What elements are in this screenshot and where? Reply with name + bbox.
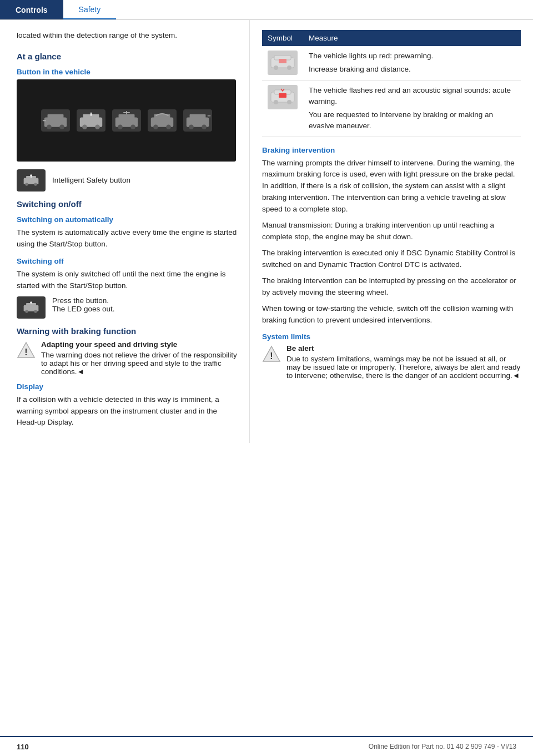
btn-icon-5: ≡: [183, 109, 212, 132]
svg-point-10: [118, 124, 123, 129]
part-info: Online Edition for Part no. 01 40 2 909 …: [369, 743, 516, 750]
switching-on-off-heading: Switching on/off: [17, 199, 237, 209]
svg-rect-42: [279, 93, 286, 98]
svg-rect-9: [118, 114, 134, 119]
warning-braking-text2: The warning does not relieve the driver …: [41, 351, 237, 376]
system-limits-content: Be alert Due to system limitations, warn…: [286, 344, 521, 380]
warning-braking-row: ! Adapting your speed and driving style …: [17, 340, 237, 376]
measure-line-1b: Increase braking and distance.: [309, 64, 515, 75]
svg-point-25: [30, 174, 32, 177]
svg-point-36: [287, 65, 291, 70]
svg-point-35: [274, 65, 278, 70]
switching-on-auto-heading: Switching on automatically: [17, 215, 237, 224]
symbol-image-1: [268, 51, 298, 75]
btn-icon-4: [148, 109, 177, 132]
svg-point-24: [34, 183, 37, 185]
press-button-label: Press the button.: [52, 296, 115, 305]
tab-safety[interactable]: Safety: [63, 0, 117, 19]
svg-point-30: [30, 301, 32, 304]
svg-point-41: [287, 100, 291, 104]
measure-line-1a: The vehicle lights up red: prewarning.: [309, 51, 515, 62]
svg-point-29: [34, 310, 37, 313]
intro-text: located within the detection range of th…: [17, 30, 237, 42]
btn-icon-2: [77, 109, 105, 132]
svg-text:!: !: [24, 347, 27, 357]
svg-point-3: [59, 124, 64, 129]
main-content: located within the detection range of th…: [0, 20, 533, 443]
svg-point-19: [202, 124, 207, 129]
braking-intervention-heading: Braking intervention: [262, 146, 521, 154]
svg-point-7: [95, 124, 100, 129]
switching-off-text: The system is only switched off until th…: [17, 269, 237, 292]
at-a-glance-heading: At a glance: [17, 52, 237, 61]
braking-text2: Manual transmission: During a braking in…: [262, 220, 521, 243]
warning-braking-content: Adapting your speed and driving style Th…: [41, 340, 237, 376]
svg-text:≡: ≡: [207, 113, 211, 120]
svg-point-11: [130, 124, 135, 129]
intelligent-safety-label: Intelligent Safety button: [52, 176, 130, 184]
svg-point-14: [153, 124, 158, 129]
warning-braking-text1: Adapting your speed and driving style: [41, 340, 237, 349]
svg-rect-27: [26, 303, 36, 306]
svg-point-6: [82, 124, 87, 129]
braking-text5: When towing or tow-starting the vehicle,…: [262, 303, 521, 326]
led-goes-out-label: The LED goes out.: [52, 305, 115, 313]
svg-point-15: [166, 124, 171, 129]
display-heading: Display: [17, 382, 237, 391]
intelligent-safety-icon: [17, 169, 46, 191]
btn-icon-1: [41, 109, 70, 132]
svg-point-2: [47, 124, 52, 129]
system-limits-heading: System limits: [262, 332, 521, 341]
system-limits-text: Due to system limitations, warnings may …: [286, 355, 521, 380]
symbol-measure-table: Symbol Measure: [262, 30, 521, 137]
measure-text-1: The vehicle lights up red: prewarning. I…: [303, 46, 521, 80]
system-limits-warning-icon: !: [262, 345, 281, 364]
system-limits-row: ! Be alert Due to system limitations, wa…: [262, 344, 521, 380]
page-number: 110: [17, 743, 29, 751]
measure-text-2: The vehicle flashes red and an acoustic …: [303, 80, 521, 137]
braking-text3: The braking intervention is executed onl…: [262, 248, 521, 271]
vehicle-button-icons: ≡: [30, 104, 223, 137]
svg-point-28: [25, 310, 28, 313]
left-column: located within the detection range of th…: [0, 20, 250, 443]
intelligent-safety-row: Intelligent Safety button: [17, 169, 237, 191]
vehicle-image: ≡: [17, 79, 236, 162]
svg-text:!: !: [270, 351, 273, 361]
warning-braking-heading: Warning with braking function: [17, 326, 237, 336]
footer: 110 Online Edition for Part no. 01 40 2 …: [0, 736, 533, 756]
switching-off-heading: Switching off: [17, 257, 237, 265]
press-button-row: Press the button. The LED goes out.: [17, 296, 237, 319]
svg-rect-1: [47, 114, 63, 119]
svg-point-23: [25, 183, 28, 185]
press-button-text: Press the button. The LED goes out.: [52, 296, 115, 313]
symbol-image-2: [268, 85, 298, 109]
symbol-cell-2: [262, 80, 303, 137]
table-row: The vehicle flashes red and an acoustic …: [262, 80, 521, 137]
measure-line-2a: The vehicle flashes red and an acoustic …: [309, 85, 515, 108]
system-limits-icon-label: Be alert: [286, 344, 521, 352]
table-header-measure: Measure: [303, 30, 521, 46]
switching-on-auto-text: The system is automatically active every…: [17, 227, 237, 250]
table-header-symbol: Symbol: [262, 30, 303, 46]
braking-text1: The warning prompts the driver himself t…: [262, 158, 521, 216]
symbol-cell-1: [262, 46, 303, 80]
svg-rect-17: [189, 114, 205, 119]
braking-text4: The braking intervention can be interrup…: [262, 275, 521, 299]
svg-point-40: [274, 100, 278, 104]
svg-point-18: [189, 124, 194, 129]
press-button-icon: [17, 296, 46, 319]
svg-rect-37: [279, 59, 286, 63]
measure-line-2b: You are requested to intervene by brakin…: [309, 109, 515, 132]
table-row: The vehicle lights up red: prewarning. I…: [262, 46, 521, 80]
button-in-vehicle-heading: Button in the vehicle: [17, 68, 237, 76]
header-tabs: Controls Safety: [0, 0, 533, 20]
right-column: Symbol Measure: [250, 20, 533, 443]
warning-triangle-icon: !: [17, 341, 36, 360]
btn-icon-3: [112, 109, 141, 132]
display-text: If a collision with a vehicle detected i…: [17, 394, 237, 429]
tab-controls[interactable]: Controls: [0, 0, 63, 19]
